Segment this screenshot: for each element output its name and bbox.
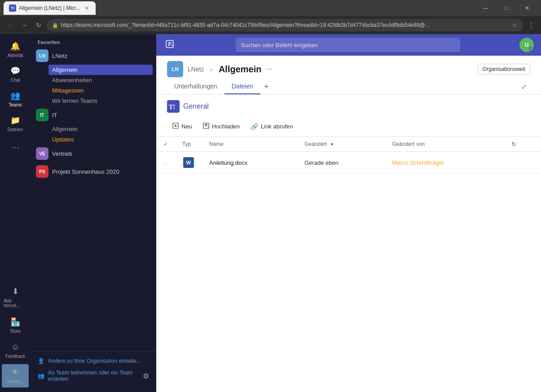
row-check[interactable]: ○	[156, 152, 175, 174]
general-header: T! General	[156, 95, 541, 118]
close-button[interactable]: ✕	[517, 0, 537, 16]
tab-bar: Ti Allgemein (LNetz) | Micr... ✕ — □ ✕	[0, 0, 541, 16]
files-table: ✓ Typ Name Geändert ▼ Geän	[156, 137, 541, 174]
row-type: W	[175, 152, 202, 174]
file-type-icon: W	[182, 156, 195, 169]
sidebar-item-teams[interactable]: 👥 Teams	[2, 87, 29, 111]
sidebar-item-feedback[interactable]: ☺ Feedback	[2, 339, 29, 362]
sidebar-item-app-label: App herunt...	[4, 298, 27, 308]
neu-label: Neu	[181, 123, 192, 130]
sidebar-item-store[interactable]: 🏪 Store	[2, 313, 29, 337]
join-icon: 👥	[38, 373, 44, 379]
channel-wir-lernen-teams[interactable]: Wir lernen Teams	[31, 96, 156, 106]
add-tab-button[interactable]: +	[260, 80, 273, 93]
word-icon: W	[183, 157, 194, 168]
link-abrufen-label: Link abrufen	[261, 123, 293, 130]
files-content: T! General Neu Hochladen	[156, 95, 541, 392]
browser-chrome: Ti Allgemein (LNetz) | Micr... ✕ — □ ✕ ←…	[0, 0, 541, 34]
sidebar-item-vorsch-label: Vorsch...	[7, 379, 24, 384]
nav-rail: 🔔 Aktivität 💬 Chat 👥 Teams 📁 Dateien ...…	[0, 34, 31, 392]
channel-header: LN LNetz › Allgemein ··· Organisationswe…	[156, 56, 541, 95]
sort-down-icon: ▼	[330, 142, 334, 147]
browser-more-button[interactable]: ⋮	[525, 19, 537, 31]
maximize-button[interactable]: □	[496, 0, 517, 16]
row-geaendert: Gerade eben	[297, 152, 385, 174]
neu-icon	[172, 123, 179, 130]
search-input[interactable]: Suchen oder Befehl eingeben	[236, 38, 460, 52]
invite-link[interactable]: 👤 Andere zu Ihrer Organisation einlade..…	[36, 355, 151, 367]
link-abrufen-button[interactable]: 🔗 Link abrufen	[245, 120, 299, 133]
row-geaendert-von: Marco Schmittnägel	[385, 152, 504, 174]
row-more-cell: ···	[504, 152, 541, 174]
sidebar-item-feedback-label: Feedback	[5, 354, 25, 359]
team-it-name: IT	[52, 112, 143, 119]
preview-icon: 👁	[11, 368, 19, 377]
bookmark-icon[interactable]: ☆	[512, 22, 518, 29]
settings-icon[interactable]: ⚙	[141, 370, 151, 382]
neu-button[interactable]: Neu	[167, 120, 198, 133]
files-header-row: ✓ Typ Name Geändert ▼ Geän	[156, 137, 541, 152]
lock-icon: 🔒	[52, 22, 58, 28]
channel-team-name[interactable]: LNetz	[188, 66, 204, 73]
forward-button[interactable]: →	[18, 19, 31, 31]
team-ps-name: Projekt Sonnenhaus 2020	[52, 168, 143, 175]
profile-avatar[interactable]: U	[519, 38, 534, 52]
channel-it-allgemein[interactable]: Allgemein	[31, 124, 156, 134]
tab-unterhaltungen[interactable]: Unterhaltungen	[167, 79, 224, 94]
tab-dateien[interactable]: Dateien	[224, 79, 260, 94]
compose-button[interactable]	[163, 38, 176, 52]
expand-button[interactable]: ⤢	[518, 81, 530, 92]
files-table-body: ○ W Anleitung.docx Gerade eben	[156, 152, 541, 174]
channel-options-button[interactable]: ···	[266, 65, 272, 73]
top-bar: Suchen oder Befehl eingeben U	[156, 34, 541, 56]
refresh-icon[interactable]: ↻	[511, 141, 517, 148]
address-text: https://teams.microsoft.com/_?tenantId=f…	[61, 22, 509, 28]
org-weit-button[interactable]: Organisationsweit	[478, 64, 530, 75]
col-geaendert[interactable]: Geändert ▼	[297, 137, 385, 152]
minimize-button[interactable]: —	[475, 0, 496, 16]
channel-updates[interactable]: Updates	[31, 134, 156, 145]
col-check: ✓	[156, 137, 175, 152]
channel-team-avatar: LN	[167, 61, 183, 77]
link-icon: 🔗	[251, 123, 258, 130]
channel-allgemein[interactable]: Allgemein	[48, 65, 153, 75]
changed-by-link[interactable]: Marco Schmittnägel	[392, 159, 444, 166]
sidebar-item-app-herunt[interactable]: ⬇ App herunt...	[2, 283, 29, 312]
main-content: Suchen oder Befehl eingeben U LN LNetz ›…	[156, 34, 541, 392]
channel-mittagessen[interactable]: Mittagessen	[31, 85, 156, 96]
channel-abwesenheiten[interactable]: Abwesenheiten	[31, 75, 156, 85]
hochladen-button[interactable]: Hochladen	[198, 120, 245, 133]
tab-close-button[interactable]: ✕	[83, 4, 90, 12]
sidebar-item-teams-label: Teams	[9, 102, 22, 107]
team-it[interactable]: IT IT ···	[31, 106, 156, 124]
team-projekt-sonnenhaus[interactable]: PS Projekt Sonnenhaus 2020 ···	[31, 163, 156, 181]
back-button[interactable]: ←	[4, 19, 16, 31]
chat-icon: 💬	[10, 66, 20, 76]
sidebar-item-aktivitat-label: Aktivität	[7, 53, 23, 58]
team-lnetz[interactable]: LN LNetz ···	[31, 47, 156, 65]
browser-tab[interactable]: Ti Allgemein (LNetz) | Micr... ✕	[4, 1, 96, 15]
sidebar-item-dateien-label: Dateien	[8, 127, 23, 132]
join-link[interactable]: 👥 An Team teilnehmen oder ein Team erste…	[36, 367, 141, 385]
col-typ: Typ	[175, 137, 202, 152]
feedback-icon: ☺	[11, 343, 19, 352]
row-name: Anleitung.docx	[202, 152, 297, 174]
sidebar-item-dateien[interactable]: 📁 Dateien	[2, 112, 29, 136]
refresh-button[interactable]: ↻	[32, 19, 45, 31]
col-geaendert-von: Geändert von	[385, 137, 504, 152]
hochladen-label: Hochladen	[212, 123, 240, 130]
col-name: Name	[202, 137, 297, 152]
sidebar-item-chat-label: Chat	[10, 78, 20, 83]
nav-more-button[interactable]: ...	[8, 137, 23, 154]
address-input[interactable]: 🔒 https://teams.microsoft.com/_?tenantId…	[47, 19, 523, 31]
team-lnetz-avatar: LN	[36, 49, 48, 62]
sidebar-item-vorsch[interactable]: 👁 Vorsch...	[2, 364, 29, 388]
sidebar-item-aktivitat[interactable]: 🔔 Aktivität	[2, 38, 29, 62]
sidebar-item-chat[interactable]: 💬 Chat	[2, 62, 29, 86]
file-name-link[interactable]: Anleitung.docx	[209, 159, 247, 166]
team-vertrieb[interactable]: VE Vertrieb ···	[31, 145, 156, 163]
tab-title: Allgemein (LNetz) | Micr...	[19, 5, 80, 11]
table-row: ○ W Anleitung.docx Gerade eben	[156, 152, 541, 174]
sidebar-footer: 👤 Andere zu Ihrer Organisation einlade..…	[31, 351, 156, 388]
activity-icon: 🔔	[10, 41, 20, 51]
